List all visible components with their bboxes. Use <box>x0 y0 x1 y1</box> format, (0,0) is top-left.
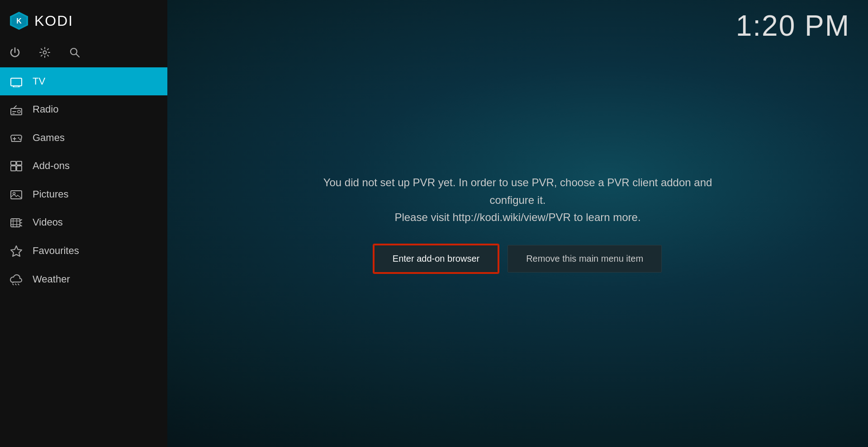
search-button[interactable] <box>69 46 81 58</box>
svg-point-11 <box>18 110 20 113</box>
svg-text:K: K <box>16 17 22 25</box>
top-icons-bar <box>0 42 167 67</box>
sidebar: K KODI <box>0 0 167 447</box>
main-content: You did not set up PVR yet. In order to … <box>167 0 868 447</box>
pictures-icon <box>9 188 24 200</box>
svg-line-35 <box>15 284 16 285</box>
gamepad-icon <box>9 132 24 144</box>
pvr-message-line2: Please visit http://kodi.wiki/view/PVR t… <box>314 209 721 226</box>
sidebar-item-videos[interactable]: Videos <box>0 208 167 236</box>
kodi-logo-icon: K <box>8 10 30 32</box>
sidebar-item-pictures-label: Pictures <box>33 188 68 200</box>
action-buttons: Enter add-on browser Remove this main me… <box>374 245 662 273</box>
videos-icon <box>9 216 24 228</box>
settings-button[interactable] <box>39 46 51 58</box>
sidebar-item-weather[interactable]: Weather <box>0 265 167 293</box>
addons-icon <box>9 160 24 172</box>
svg-line-5 <box>76 54 80 57</box>
star-icon <box>9 245 24 257</box>
sidebar-item-games[interactable]: Games <box>0 124 167 152</box>
svg-marker-33 <box>11 246 22 256</box>
sidebar-item-games-label: Games <box>33 132 65 144</box>
sidebar-item-tv[interactable]: TV <box>0 67 167 95</box>
sidebar-item-tv-label: TV <box>33 75 45 87</box>
sidebar-item-videos-label: Videos <box>33 216 63 228</box>
remove-menu-item-button[interactable]: Remove this main menu item <box>508 245 662 273</box>
sidebar-item-pictures[interactable]: Pictures <box>0 180 167 208</box>
svg-point-3 <box>43 51 47 54</box>
sidebar-item-radio-label: Radio <box>33 104 58 115</box>
sidebar-item-addons-label: Add-ons <box>33 160 70 172</box>
svg-point-17 <box>18 137 19 138</box>
app-title: KODI <box>34 13 73 29</box>
svg-rect-21 <box>11 161 16 165</box>
enter-addon-browser-button[interactable]: Enter add-on browser <box>374 245 498 273</box>
tv-icon <box>9 75 24 87</box>
sidebar-item-favourites[interactable]: Favourites <box>0 236 167 265</box>
weather-icon <box>9 273 24 285</box>
pvr-info-message: You did not set up PVR yet. In order to … <box>314 174 721 226</box>
sidebar-item-radio[interactable]: Radio <box>0 95 167 123</box>
svg-line-36 <box>18 284 19 285</box>
radio-icon <box>9 104 24 115</box>
power-button[interactable] <box>9 46 21 58</box>
svg-rect-25 <box>11 219 20 227</box>
main-navigation: TV Radio <box>0 67 167 293</box>
kodi-header: K KODI <box>0 0 167 42</box>
clock: 1:20 PM <box>736 9 850 42</box>
svg-line-34 <box>13 284 14 285</box>
sidebar-item-weather-label: Weather <box>33 273 70 285</box>
svg-rect-6 <box>11 78 22 86</box>
svg-rect-23 <box>11 191 22 199</box>
sidebar-item-favourites-label: Favourites <box>33 245 79 257</box>
pvr-message-line1: You did not set up PVR yet. In order to … <box>314 174 721 209</box>
svg-rect-19 <box>11 166 16 171</box>
svg-point-18 <box>19 138 21 140</box>
svg-rect-22 <box>17 161 22 165</box>
sidebar-item-addons[interactable]: Add-ons <box>0 152 167 180</box>
svg-rect-20 <box>17 166 22 171</box>
